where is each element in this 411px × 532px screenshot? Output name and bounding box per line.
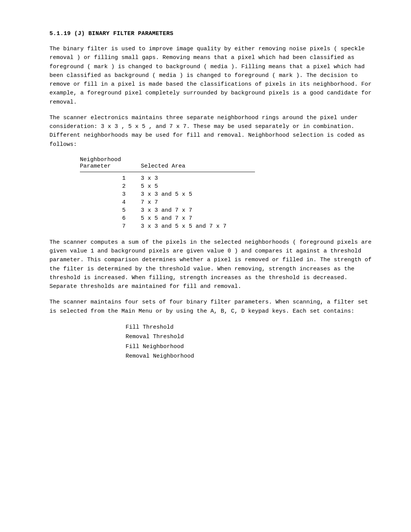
list-item: Fill Neighborhood <box>126 342 373 352</box>
table-cell-area: 5 x 5 and 7 x 7 <box>141 214 255 222</box>
table-cell-area: 3 x 3 and 7 x 7 <box>141 206 255 214</box>
table-row: 73 x 3 and 5 x 5 and 7 x 7 <box>80 222 255 230</box>
table-cell-area: 5 x 5 <box>141 182 255 190</box>
list-item: Removal Threshold <box>126 332 373 342</box>
paragraph-3: The scanner computes a sum of the pixels… <box>49 238 373 291</box>
table-row: 13 x 3 <box>80 174 255 182</box>
table-row: 53 x 3 and 7 x 7 <box>80 206 255 214</box>
table-cell-param: 5 <box>80 206 141 214</box>
table-cell-param: 1 <box>80 174 141 182</box>
paragraph-2: The scanner electronics maintains three … <box>49 113 373 149</box>
table-row: 33 x 3 and 5 x 5 <box>80 190 255 198</box>
table-cell-param: 4 <box>80 198 141 206</box>
table-cell-area: 7 x 7 <box>141 198 255 206</box>
col-param-header: Neighborhood Parameter <box>80 157 141 171</box>
table-cell-param: 6 <box>80 214 141 222</box>
table-row: 65 x 5 and 7 x 7 <box>80 214 255 222</box>
table-cell-area: 3 x 3 <box>141 174 255 182</box>
table-row: 47 x 7 <box>80 198 255 206</box>
list-item: Fill Threshold <box>126 323 373 332</box>
list-item: Removal Neighborhood <box>126 351 373 361</box>
table-cell-param: 7 <box>80 222 141 230</box>
paragraph-4: The scanner maintains four sets of four … <box>49 298 373 316</box>
table-cell-param: 2 <box>80 182 141 190</box>
filter-params-list: Fill ThresholdRemoval ThresholdFill Neig… <box>126 323 373 361</box>
table-cell-param: 3 <box>80 190 141 198</box>
section-heading: 5.1.19 (J) BINARY FILTER PARAMETERS <box>49 30 373 37</box>
table-row: 25 x 5 <box>80 182 255 190</box>
page: 5.1.19 (J) BINARY FILTER PARAMETERS The … <box>0 0 411 532</box>
col-area-header: Selected Area <box>141 157 255 171</box>
table-cell-area: 3 x 3 and 5 x 5 <box>141 190 255 198</box>
neighborhood-table: Neighborhood Parameter Selected Area 13 … <box>80 157 255 230</box>
table-cell-area: 3 x 3 and 5 x 5 and 7 x 7 <box>141 222 255 230</box>
paragraph-1: The binary filter is used to improve ima… <box>49 45 373 107</box>
neighborhood-table-wrapper: Neighborhood Parameter Selected Area 13 … <box>80 157 373 230</box>
